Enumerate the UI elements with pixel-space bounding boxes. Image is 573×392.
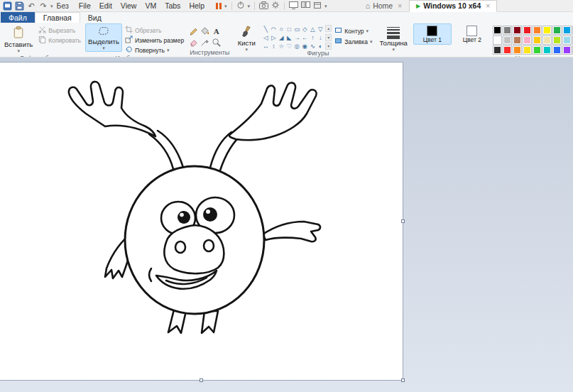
canvas-resize-handle-corner[interactable]: [401, 379, 405, 382]
crop-button[interactable]: Обрезать: [124, 26, 185, 35]
undo-icon[interactable]: ↶: [26, 1, 36, 11]
vm-menu-item[interactable]: Tabs: [160, 1, 185, 10]
settings-gear-icon[interactable]: [271, 1, 280, 11]
shape-item[interactable]: ◇: [301, 25, 308, 33]
drawing-canvas[interactable]: [0, 62, 403, 380]
palette-swatch[interactable]: [503, 36, 512, 45]
tab-view[interactable]: Вид: [80, 12, 109, 23]
color1-button[interactable]: Цвет 1: [413, 23, 452, 45]
palette-swatch[interactable]: [513, 36, 522, 45]
vm-menu-item[interactable]: Edit: [95, 1, 116, 10]
palette-swatch[interactable]: [533, 26, 542, 35]
shape-item[interactable]: ↕: [270, 42, 277, 50]
palette-swatch[interactable]: [493, 45, 502, 55]
close-icon[interactable]: ×: [486, 2, 490, 10]
shape-item[interactable]: ╲: [262, 25, 269, 33]
power-icon[interactable]: [236, 1, 245, 11]
palette-swatch[interactable]: [562, 26, 572, 35]
dropdown-caret-icon[interactable]: ▾: [324, 4, 327, 9]
color2-button[interactable]: Цвет 2: [453, 23, 491, 45]
shape-item[interactable]: ◐: [317, 42, 324, 50]
shape-item[interactable]: ♡: [285, 42, 293, 50]
palette-swatch[interactable]: [513, 26, 522, 35]
scroll-down-icon[interactable]: ▾: [325, 34, 332, 41]
shape-item[interactable]: ↓: [317, 33, 324, 41]
canvas-resize-handle-right[interactable]: [401, 219, 405, 223]
shape-item[interactable]: ∿: [309, 42, 316, 50]
pencil-tool-button[interactable]: [188, 26, 199, 36]
vm-menu-item[interactable]: Help: [185, 1, 209, 10]
outline-button[interactable]: Контур ▾: [333, 26, 373, 36]
shape-item[interactable]: ◁: [262, 33, 269, 41]
shape-item[interactable]: ▷: [270, 33, 277, 41]
canvas-resize-handle-bottom[interactable]: [200, 379, 203, 382]
eyedropper-tool-button[interactable]: [200, 37, 210, 48]
shape-item[interactable]: ☆: [278, 42, 285, 50]
tab-main[interactable]: Главная: [35, 12, 80, 23]
dropdown-caret-icon[interactable]: ▾: [248, 4, 251, 9]
shape-item[interactable]: ◉: [301, 42, 308, 50]
shape-item[interactable]: ↔: [262, 42, 269, 50]
tab-windows10-vm[interactable]: ▶ Windows 10 x64 ×: [409, 0, 497, 12]
palette-swatch[interactable]: [562, 45, 572, 55]
select-button[interactable]: Выделить ▾: [85, 23, 122, 52]
pause-vm-icon[interactable]: [216, 3, 222, 9]
dropdown-caret-icon[interactable]: ▾: [224, 4, 227, 9]
vm-menu-item[interactable]: VM: [141, 1, 160, 10]
expand-gallery-icon[interactable]: ▾: [325, 43, 332, 50]
palette-swatch[interactable]: [523, 36, 532, 45]
shape-item[interactable]: □: [285, 25, 293, 33]
palette-swatch[interactable]: [562, 36, 572, 45]
fill-tool-button[interactable]: [200, 26, 210, 36]
scroll-up-icon[interactable]: ▴: [325, 25, 332, 32]
palette-swatch[interactable]: [533, 45, 542, 55]
palette-swatch[interactable]: [542, 45, 552, 55]
copy-button[interactable]: Копировать: [37, 36, 82, 45]
palette-swatch[interactable]: [523, 45, 532, 55]
dropdown-caret-icon[interactable]: ▾: [50, 4, 53, 9]
eraser-tool-button[interactable]: [188, 37, 199, 48]
save-icon[interactable]: [14, 1, 24, 11]
palette-swatch[interactable]: [503, 45, 512, 55]
rotate-button[interactable]: Повернуть ▾: [124, 45, 185, 55]
shape-item[interactable]: ◣: [285, 33, 293, 41]
shape-item[interactable]: ←: [301, 33, 308, 41]
palette-swatch[interactable]: [493, 26, 502, 35]
shape-item[interactable]: ↑: [309, 33, 316, 41]
palette-swatch[interactable]: [552, 36, 562, 45]
resize-button[interactable]: Изменить размер: [124, 36, 185, 45]
palette-swatch[interactable]: [493, 36, 502, 45]
shape-item[interactable]: △: [309, 25, 316, 33]
palette-swatch[interactable]: [523, 26, 532, 35]
palette-swatch[interactable]: [542, 36, 552, 45]
shape-item[interactable]: →: [293, 33, 300, 41]
palette-swatch[interactable]: [552, 26, 562, 35]
snapshot-camera-icon[interactable]: [259, 1, 268, 11]
size-button[interactable]: Толщина ▾: [377, 23, 410, 53]
fullscreen-icon[interactable]: [313, 1, 322, 11]
shape-item[interactable]: ◢: [278, 33, 285, 41]
vm-menu-item[interactable]: View: [116, 1, 141, 10]
vm-menu-item[interactable]: File: [75, 1, 95, 10]
text-tool-button[interactable]: A: [211, 26, 222, 36]
tab-home[interactable]: ⌂ Home ×: [359, 0, 410, 12]
shape-fill-button[interactable]: Заливка ▾: [333, 37, 373, 46]
magnifier-tool-button[interactable]: [211, 37, 222, 48]
palette-swatch[interactable]: [503, 26, 512, 35]
shape-item[interactable]: ○: [278, 25, 285, 33]
palette-swatch[interactable]: [552, 45, 562, 55]
brushes-button[interactable]: Кисти ▾: [234, 23, 259, 53]
palette-swatch[interactable]: [533, 36, 542, 45]
shape-item[interactable]: ◠: [270, 25, 277, 33]
paste-button[interactable]: Вставить ▾: [1, 23, 36, 55]
close-icon[interactable]: ×: [398, 2, 402, 10]
cut-button[interactable]: Вырезать: [37, 26, 82, 35]
shape-item[interactable]: ▽: [317, 25, 324, 33]
console-view-icon[interactable]: [289, 1, 298, 11]
shape-item[interactable]: ▭: [293, 25, 300, 33]
shape-item[interactable]: ◎: [293, 42, 300, 50]
redo-icon[interactable]: ↷: [38, 1, 48, 11]
tab-file[interactable]: Файл: [1, 12, 35, 23]
palette-swatch[interactable]: [513, 45, 522, 55]
palette-swatch[interactable]: [542, 26, 552, 35]
